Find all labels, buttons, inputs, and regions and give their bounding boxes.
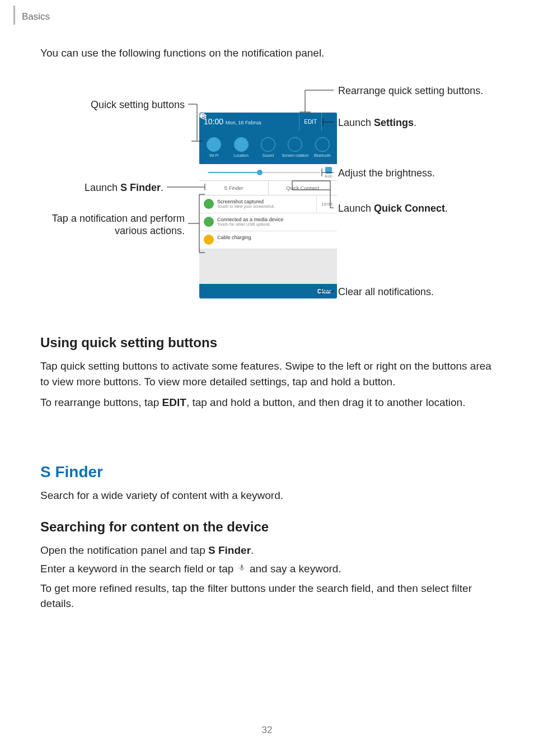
header-section-label: Basics xyxy=(22,11,50,22)
callout-launch-settings: Launch Settings. xyxy=(338,117,416,129)
callout-clear-all: Clear all notifications. xyxy=(338,286,434,298)
page-header: Basics xyxy=(13,8,50,25)
section-quick-settings: Using quick setting buttons Tap quick se… xyxy=(40,335,499,414)
heading-using-quick-setting-buttons: Using quick setting buttons xyxy=(40,335,499,351)
callout-brightness: Adjust the brightness. xyxy=(338,167,435,180)
paragraph-sf-4: To get more refined results, tap the fil… xyxy=(40,581,499,612)
paragraph-sf-2: Open the notification panel and tap S Fi… xyxy=(40,543,499,558)
callout-lines xyxy=(40,80,494,309)
callout-quick-connect: Launch Quick Connect. xyxy=(338,203,448,215)
heading-searching-content: Searching for content on the device xyxy=(40,519,499,535)
paragraph-sf-3: Enter a keyword in the search field or t… xyxy=(40,561,499,577)
paragraph-qs-2: To rearrange buttons, tap EDIT, tap and … xyxy=(40,395,499,410)
paragraph-sf-1: Search for a wide variety of content wit… xyxy=(40,488,499,503)
intro-text: You can use the following functions on t… xyxy=(40,47,324,59)
page-number: 32 xyxy=(0,725,534,736)
callout-tap-notification: Tap a notification and performvarious ac… xyxy=(40,213,185,237)
mic-icon xyxy=(238,562,246,577)
callout-quick-setting-buttons: Quick setting buttons xyxy=(40,99,185,111)
section-s-finder: S Finder Search for a wide variety of co… xyxy=(40,463,499,615)
callout-rearrange: Rearrange quick setting buttons. xyxy=(338,85,483,97)
paragraph-qs-1: Tap quick setting buttons to activate so… xyxy=(40,358,499,389)
header-rule xyxy=(13,6,15,25)
heading-s-finder: S Finder xyxy=(40,463,499,481)
callout-sfinder: Launch S Finder. xyxy=(40,182,163,194)
notification-panel-diagram: 10:00Mon, 16 Februa EDIT Wi-Fi Location … xyxy=(40,80,494,309)
